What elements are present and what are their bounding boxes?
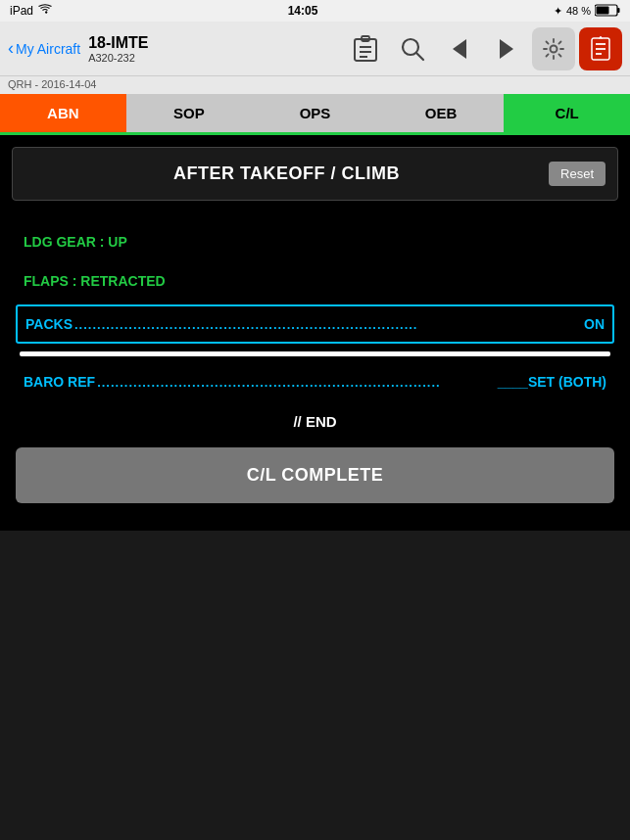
header-icons [344, 27, 622, 70]
flaps-text: FLAPS : RETRACTED [24, 273, 166, 289]
emergency-button[interactable] [579, 27, 622, 70]
bluetooth-icon: ✦ [554, 5, 562, 18]
svg-rect-1 [617, 8, 620, 13]
svg-rect-2 [597, 6, 609, 14]
ldg-gear-text: LDG GEAR : UP [24, 234, 127, 250]
checklist-items: LDG GEAR : UP FLAPS : RETRACTED PACKS ..… [12, 216, 618, 519]
wifi-icon [38, 4, 52, 18]
battery-pct: 48 % [566, 5, 591, 17]
baro-dots: ........................................… [95, 375, 496, 390]
battery-icon [595, 4, 620, 19]
aircraft-id: 18-IMTE [88, 34, 148, 52]
status-bar: iPad 14:05 ✦ 48 % [0, 0, 630, 22]
baro-label: BARO REF [24, 374, 95, 390]
baro-value: ____SET (BOTH) [498, 374, 606, 390]
svg-line-9 [416, 53, 423, 60]
ipad-label: iPad [10, 4, 33, 18]
checklist-divider [20, 351, 610, 356]
prev-button[interactable] [438, 27, 481, 70]
search-button[interactable] [391, 27, 434, 70]
clock: 14:05 [288, 4, 318, 18]
settings-button[interactable] [532, 27, 575, 70]
checklist-end: // END [16, 399, 614, 447]
end-text: // END [293, 413, 336, 430]
back-button[interactable]: ‹ My Aircraft [8, 38, 80, 59]
reset-button[interactable]: Reset [549, 162, 606, 186]
complete-button[interactable]: C/L COMPLETE [16, 447, 614, 503]
checklist-header: AFTER TAKEOFF / CLIMB Reset [12, 147, 618, 201]
tab-abn[interactable]: ABN [0, 94, 126, 132]
aircraft-info: 18-IMTE A320-232 [88, 34, 338, 64]
tab-oeb[interactable]: OEB [378, 94, 505, 132]
main-content: AFTER TAKEOFF / CLIMB Reset LDG GEAR : U… [0, 135, 630, 531]
checklist-item-baro-ref[interactable]: BARO REF ...............................… [16, 364, 614, 399]
tab-sop[interactable]: SOP [126, 94, 253, 132]
qrh-text: QRH - 2016-14-04 [8, 78, 97, 90]
back-label[interactable]: My Aircraft [16, 41, 80, 57]
chevron-left-icon: ‹ [8, 38, 14, 59]
header: ‹ My Aircraft 18-IMTE A320-232 [0, 22, 630, 76]
next-button[interactable] [485, 27, 528, 70]
qrh-label: QRH - 2016-14-04 [0, 76, 630, 94]
packs-label: PACKS [25, 316, 73, 332]
tab-cl[interactable]: C/L [504, 94, 630, 132]
aircraft-type: A320-232 [88, 52, 135, 64]
svg-point-12 [551, 45, 557, 52]
svg-marker-11 [500, 39, 513, 59]
svg-marker-10 [453, 39, 466, 59]
checklist-item-packs[interactable]: PACKS ..................................… [16, 304, 614, 344]
clipboard-button[interactable] [344, 27, 387, 70]
checklist-title: AFTER TAKEOFF / CLIMB [24, 163, 549, 184]
checklist-item-ldg-gear[interactable]: LDG GEAR : UP [16, 224, 614, 259]
checklist-item-flaps[interactable]: FLAPS : RETRACTED [16, 263, 614, 299]
tab-ops[interactable]: OPS [252, 94, 378, 132]
tab-bar: ABN SOP OPS OEB C/L [0, 94, 630, 135]
packs-value: ON [584, 316, 605, 332]
packs-dots: ........................................… [73, 317, 582, 332]
